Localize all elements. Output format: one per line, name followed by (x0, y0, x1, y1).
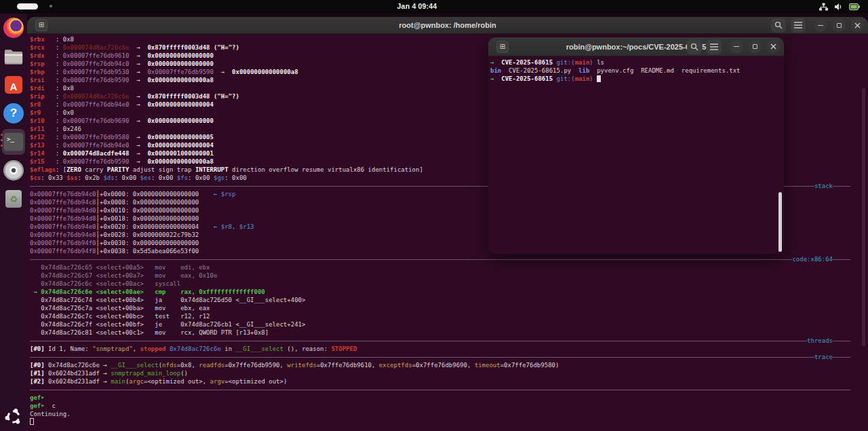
dock-item-terminal[interactable] (0, 128, 27, 156)
section-separator: code:x86:64 (30, 255, 850, 263)
running-indicator-dots (1, 134, 3, 147)
dock-item-firefox[interactable] (0, 14, 27, 42)
dock-item-media[interactable] (0, 156, 27, 185)
search-icon (690, 43, 698, 51)
trash-icon (5, 190, 22, 208)
hamburger-icon (794, 22, 802, 29)
search-button[interactable] (687, 39, 702, 54)
terminal-line: bin CVE-2025-68615.py lib pyvenv.cfg REA… (490, 67, 778, 75)
shell-output[interactable]: → CVE-2025-68615 git:(main) lsbin CVE-20… (490, 58, 778, 251)
workspace-dot[interactable] (50, 5, 52, 7)
terminal-line: 0x74d8ac726c7a <select+00ba> mov ebx, ea… (30, 304, 850, 312)
terminal-line: → CVE-2025-68615 git:(main) (490, 75, 778, 83)
menu-button[interactable] (791, 18, 806, 33)
minimize-icon (818, 25, 823, 26)
clock[interactable]: Jan 4 09:44 (376, 2, 458, 10)
close-button[interactable] (766, 40, 780, 54)
section-separator: trace (30, 353, 850, 361)
shell-scrollbar[interactable] (778, 192, 782, 252)
terminal-line: gef➤ c (30, 402, 850, 410)
menu-button[interactable] (707, 39, 722, 54)
terminal-line: 0x74d8ac726c81 <select+00c1> mov rcx, QW… (30, 329, 850, 337)
cd-disc-icon (3, 160, 24, 181)
terminal-line: → 0x74d8ac726c6e <select+00ae> cmp rax, … (30, 288, 850, 296)
search-icon (774, 21, 783, 29)
close-button[interactable] (850, 18, 864, 32)
section-separator (30, 386, 850, 394)
minimize-icon (734, 46, 739, 47)
show-applications-button[interactable] (0, 405, 27, 428)
top-bar: Jan 4 09:44 (0, 0, 868, 14)
shell-terminal-window: robin@pwnbox:~/pocs/CVE-2025-68615 ⊞ (488, 37, 784, 254)
terminal-line: 0x74d8ac726c6c <select+00ac> syscall (30, 280, 850, 288)
terminal-line: gef➤ (30, 394, 850, 402)
terminal-line (30, 418, 850, 426)
terminal-line: 0x74d8ac726c7c <select+00bc> test r12, r… (30, 312, 850, 320)
ubuntu-logo-icon (5, 408, 22, 426)
dock-item-ubuntu-software[interactable] (0, 71, 27, 99)
terminal-line: 0x74d8ac726c74 <select+00b4> ja 0x74d8ac… (30, 296, 850, 304)
files-icon (3, 48, 24, 65)
terminal-line: Continuing. (30, 410, 850, 418)
terminal-line: 0x74d8ac726c7f <select+00bf> je 0x74d8ac… (30, 320, 850, 329)
maximize-button[interactable] (748, 40, 762, 54)
terminal-icon (3, 132, 24, 151)
network-icon (819, 3, 828, 11)
dock-item-trash[interactable] (0, 185, 27, 213)
terminal-line: [#2] 0x6024bd231adf → main(argc=<optimiz… (30, 377, 850, 386)
dock: ? (0, 14, 27, 431)
maximize-icon (837, 23, 842, 28)
close-icon (854, 22, 861, 29)
close-icon (770, 43, 776, 50)
gdb-window-titlebar[interactable]: root@pwnbox: /home/robin ⊞ (27, 17, 868, 34)
terminal-line: → CVE-2025-68615 git:(main) ls (490, 58, 778, 67)
dock-item-help[interactable]: ? (0, 99, 27, 128)
maximize-icon (753, 44, 757, 49)
new-tab-button[interactable]: ⊞ (35, 19, 47, 31)
gdb-window-title: root@pwnbox: /home/robin (27, 21, 868, 29)
section-separator: threads (30, 337, 850, 345)
volume-icon (834, 3, 843, 11)
new-tab-button[interactable]: ⊞ (496, 41, 509, 53)
terminal-line: 0x74d8ac726c65 <select+00a5> mov edi, eb… (30, 263, 850, 271)
terminal-line: [#0] 0x74d8ac726c6e → __GI___select(nfds… (30, 361, 850, 369)
firefox-icon (3, 18, 24, 38)
search-button[interactable] (771, 18, 786, 33)
minimize-button[interactable] (814, 18, 827, 32)
gdb-scrollbar[interactable] (862, 88, 865, 346)
minimize-button[interactable] (730, 40, 743, 54)
terminal-line: 0x74d8ac726c67 <select+00a7> mov eax, 0x… (30, 271, 850, 280)
system-tray[interactable] (819, 2, 860, 12)
terminal-line: [#1] 0x6024bd231adf → snmptrapd_main_loo… (30, 369, 850, 377)
dock-item-files[interactable] (0, 42, 27, 71)
maximize-button[interactable] (832, 18, 846, 32)
terminal-line: [#0] Id 1, Name: "snmptrapd", stopped 0x… (30, 345, 850, 353)
hamburger-icon (710, 43, 718, 50)
ubuntu-software-icon (5, 76, 22, 94)
shell-window-titlebar[interactable]: robin@pwnbox:~/pocs/CVE-2025-68615 ⊞ (488, 37, 784, 56)
workspace-indicator[interactable] (17, 3, 38, 10)
battery-icon (849, 3, 860, 10)
help-icon: ? (3, 103, 24, 124)
